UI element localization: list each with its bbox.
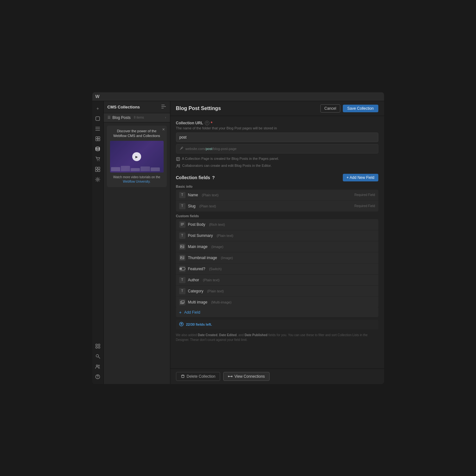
field-type-icon-name: T — [179, 192, 186, 198]
field-type-icon-author: T — [179, 277, 186, 283]
add-field-row[interactable]: + Add Field — [176, 308, 378, 317]
field-multiimage-name: Multi image — [188, 300, 207, 304]
field-row-multi-image[interactable]: Multi image (Multi-image) — [176, 297, 378, 308]
collection-name: Blog Posts — [113, 115, 131, 120]
svg-point-43 — [180, 268, 182, 270]
field-row-category[interactable]: T Category (Plain text) — [176, 286, 378, 297]
field-type-icon-featured — [179, 266, 186, 272]
chevron-right-icon: › — [165, 116, 166, 119]
basic-info-label: Basic info — [176, 185, 378, 188]
info-pages-text: A Collection Page is created for Blog Po… — [182, 157, 279, 160]
field-postbody-type: (Rich text) — [209, 223, 225, 226]
svg-point-15 — [97, 179, 99, 180]
svg-point-50 — [231, 376, 232, 377]
collection-url-section: Collection URL ? * The name of the folde… — [176, 121, 378, 169]
svg-rect-48 — [181, 375, 184, 378]
field-slug-type: (Plain text) — [199, 204, 216, 208]
svg-point-41 — [181, 257, 182, 258]
svg-rect-14 — [98, 170, 100, 172]
promo-title: Discover the power of the Webflow CMS an… — [110, 129, 164, 139]
cms-panel-header: CMS Collections — [104, 101, 170, 113]
svg-rect-16 — [96, 344, 97, 346]
pages-icon[interactable] — [93, 114, 102, 123]
field-mainimage-type: (Image) — [212, 245, 224, 249]
add-new-field-button[interactable]: + Add New Field — [343, 174, 378, 181]
svg-point-23 — [98, 365, 100, 366]
cms-icon[interactable] — [93, 144, 102, 154]
field-row-main-image[interactable]: Main image (Image) — [176, 241, 378, 252]
custom-fields-list: Post Body (Rich text) T Post Summary (Pl… — [176, 219, 378, 308]
upload-icon — [179, 322, 184, 327]
svg-point-34 — [179, 164, 179, 165]
field-slug-required: Required Field — [354, 204, 375, 208]
svg-point-25 — [97, 378, 98, 378]
field-type-icon-multiimage — [179, 299, 186, 305]
field-row-post-body[interactable]: Post Body (Rich text) — [176, 219, 378, 230]
collaborators-icon — [176, 164, 180, 169]
field-summary-type: (Plain text) — [217, 234, 233, 238]
fields-help-icon[interactable]: ? — [212, 175, 215, 180]
users-icon[interactable] — [93, 362, 102, 371]
view-connections-button[interactable]: View Connections — [223, 372, 270, 381]
promo-close-button[interactable]: ✕ — [162, 127, 165, 132]
add-icon[interactable]: + — [93, 104, 102, 113]
nav-icon[interactable] — [93, 124, 102, 134]
link-icon — [179, 146, 184, 151]
field-multiimage-type: (Multi-image) — [211, 300, 231, 304]
collection-url-desc: The name of the folder that your Blog Po… — [176, 126, 378, 130]
app-body: + — [92, 101, 384, 384]
cms-sort-icon[interactable] — [161, 104, 166, 110]
view-connections-label: View Connections — [234, 374, 265, 379]
cancel-button[interactable]: Cancel — [320, 104, 340, 113]
field-featured-name: Featured? — [188, 267, 205, 271]
collection-url-input[interactable] — [176, 133, 378, 142]
main-scroll-area[interactable]: Collection URL ? * The name of the folde… — [170, 116, 384, 368]
cms-panel-title: CMS Collections — [108, 105, 140, 109]
collection-url-preview: website.com/post/blog-post-page — [176, 144, 378, 153]
page-title: Blog Post Settings — [176, 106, 221, 111]
connections-icon — [228, 375, 232, 378]
save-collection-button[interactable]: Save Collection — [343, 105, 378, 112]
search-icon[interactable] — [93, 352, 102, 361]
basic-info-group: Basic info T Name (Plain text) Required … — [176, 185, 378, 212]
field-row-thumbnail[interactable]: Thumbnail image (Image) — [176, 252, 378, 264]
header-actions: Cancel Save Collection — [320, 104, 378, 113]
assets-icon[interactable] — [93, 134, 102, 144]
svg-point-46 — [182, 301, 182, 302]
field-row-post-summary[interactable]: T Post Summary (Plain text) — [176, 230, 378, 241]
play-button[interactable]: ▶ — [132, 152, 141, 161]
svg-rect-6 — [96, 139, 98, 141]
svg-rect-40 — [180, 256, 184, 259]
field-row-slug[interactable]: T Slug (Plain text) Required Field — [176, 201, 378, 212]
ecommerce-icon[interactable] — [93, 154, 102, 164]
svg-rect-13 — [95, 170, 97, 172]
promo-box: ✕ Discover the power of the Webflow CMS … — [107, 126, 167, 187]
main-content: Blog Post Settings Cancel Save Collectio… — [170, 101, 384, 384]
fields-title: Collection fields ? — [176, 175, 215, 180]
svg-point-49 — [228, 376, 229, 377]
settings-icon[interactable] — [93, 175, 102, 184]
components-icon[interactable] — [93, 165, 102, 174]
bottom-actions: Delete Collection View Connections — [170, 368, 384, 384]
webflow-university-link[interactable]: Webflow University. — [123, 180, 151, 183]
svg-point-10 — [99, 160, 99, 161]
field-required-badge: Required Field — [354, 193, 375, 197]
svg-point-8 — [96, 147, 100, 148]
delete-collection-button[interactable]: Delete Collection — [176, 372, 220, 381]
svg-rect-0 — [96, 117, 100, 121]
promo-video-thumbnail[interactable]: ▶ — [110, 141, 164, 173]
collection-count: 8 items — [134, 116, 144, 119]
field-row-author[interactable]: T Author (Plain text) — [176, 275, 378, 286]
collection-url-help-icon[interactable]: ? — [205, 121, 209, 125]
help-icon[interactable] — [93, 372, 102, 381]
field-row-name[interactable]: T Name (Plain text) Required Field — [176, 190, 378, 201]
svg-rect-38 — [180, 245, 184, 248]
field-type-label: (Plain text) — [202, 193, 219, 197]
field-row-featured[interactable]: Featured? (Switch) — [176, 264, 378, 275]
field-type-icon-summary: T — [179, 232, 186, 239]
apps-icon[interactable] — [93, 342, 102, 351]
promo-subtitle: Watch more video tutorials on the Webflo… — [110, 175, 164, 184]
info-row-collaborators: Collaborators can create and edit Blog P… — [176, 164, 378, 169]
collection-item-blog-posts[interactable]: ☰ Blog Posts 8 items › — [104, 113, 170, 122]
svg-rect-7 — [98, 139, 100, 141]
